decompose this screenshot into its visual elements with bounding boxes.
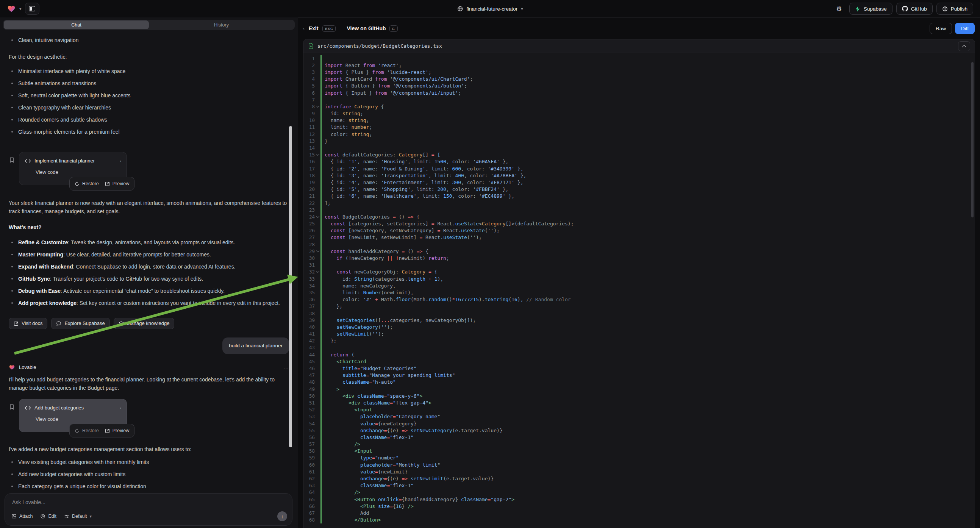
diff-toggle-button[interactable]: Diff: [955, 23, 975, 34]
restore-button[interactable]: Restore: [75, 426, 99, 435]
send-button[interactable]: ↑: [277, 511, 287, 521]
line-number: 25: [304, 221, 315, 226]
diff-added-gutter: [320, 96, 321, 103]
chat-scrollbar-thumb[interactable]: [289, 126, 292, 447]
restore-button[interactable]: Restore: [75, 180, 99, 188]
bookmark-icon[interactable]: [9, 156, 15, 164]
code-line: 19 { id: '4', name: 'Entertainment', lim…: [304, 179, 975, 186]
edit-mode-button[interactable]: Edit: [40, 514, 56, 519]
code-line: 20 { id: '5', name: 'Shopping', limit: 2…: [304, 186, 975, 193]
publish-button[interactable]: Publish: [936, 3, 973, 15]
code-line: 7: [304, 96, 975, 103]
fold-chevron-icon[interactable]: [316, 249, 319, 252]
sliders-icon: [64, 514, 69, 519]
bookmark-icon[interactable]: [9, 403, 15, 410]
settings-gear-button[interactable]: ⚙: [833, 3, 846, 15]
attach-image-icon: [11, 514, 17, 519]
chat-input-box[interactable]: Ask Lovable... Attach Edit Default ▾ ↑: [5, 493, 293, 526]
view-on-github-button[interactable]: View on GitHub: [347, 25, 386, 32]
file-path-bar[interactable]: src/components/budget/BudgetCategories.t…: [304, 40, 975, 53]
code-line: 13}: [304, 137, 975, 144]
code-line: 17 { id: '2', name: 'Food & Dining', lim…: [304, 165, 975, 172]
code-scrollbar-thumb[interactable]: [971, 62, 974, 218]
restore-icon: [75, 428, 80, 433]
preview-button[interactable]: Preview: [105, 180, 129, 188]
line-number: 4: [304, 76, 315, 82]
code-line: 55 onChange={(e) => setNewCategory(e.tar…: [304, 427, 975, 434]
line-number: 39: [304, 317, 315, 323]
model-selector[interactable]: Default ▾: [64, 514, 92, 519]
list-item: Debug with Ease: Activate our experiment…: [9, 286, 289, 296]
external-link-icon: [105, 181, 110, 186]
line-number: 67: [304, 510, 315, 516]
assistant-paragraph: I'll help you add budget categories to t…: [9, 375, 289, 392]
code-line: 11 limit: number;: [304, 124, 975, 131]
line-number: 24: [304, 214, 315, 220]
code-line: 21 { id: '6', name: 'Healthcare', limit:…: [304, 193, 975, 200]
add-budget-categories-card[interactable]: Add budget categories › View code Restor…: [19, 399, 127, 432]
collapse-file-button[interactable]: [958, 41, 970, 51]
github-icon: [902, 6, 908, 12]
message-menu-button[interactable]: ...: [283, 363, 289, 372]
code-line: 33 id: String(categories.length + 1),: [304, 275, 975, 282]
line-number: 7: [304, 97, 315, 103]
fold-chevron-icon[interactable]: [316, 270, 319, 273]
panel-icon: [29, 6, 35, 11]
line-number: 6: [304, 90, 315, 96]
tab-history[interactable]: History: [149, 21, 294, 29]
assistant-paragraph: Your sleek financial planner is now read…: [9, 199, 289, 216]
code-line: 16 { id: '1', name: 'Housing', limit: 15…: [304, 158, 975, 165]
line-number: 38: [304, 310, 315, 316]
attach-button[interactable]: Attach: [11, 514, 33, 519]
code-lines[interactable]: 12import React from 'react';3import { Pl…: [304, 53, 975, 528]
tab-chat[interactable]: Chat: [4, 21, 149, 29]
line-number: 9: [304, 111, 315, 116]
line-number: 16: [304, 159, 315, 164]
project-switcher[interactable]: financial-future-creator ▾: [457, 0, 523, 17]
explore-supabase-button[interactable]: Explore Supabase: [51, 318, 110, 329]
manage-knowledge-button[interactable]: Manage knowledge: [114, 318, 175, 329]
line-number: 52: [304, 407, 315, 412]
toggle-sidebar-button[interactable]: [25, 3, 40, 15]
chevron-down-icon: ▾: [90, 514, 92, 518]
line-number: 66: [304, 503, 315, 509]
file-diff-card: src/components/budget/BudgetCategories.t…: [303, 39, 975, 528]
design-heading: For the design aesthetic:: [9, 52, 289, 61]
view-code-link[interactable]: View code: [36, 168, 121, 177]
line-number: 59: [304, 455, 315, 461]
github-button[interactable]: GitHub: [896, 3, 933, 15]
new-file-icon: [308, 43, 313, 49]
line-number: 13: [304, 138, 315, 144]
lovable-logo-heart-icon[interactable]: [7, 5, 16, 13]
exit-button[interactable]: Exit: [309, 25, 318, 32]
view-code-link[interactable]: View code: [36, 415, 121, 423]
code-line: 28: [304, 241, 975, 248]
fold-chevron-icon[interactable]: [316, 105, 319, 108]
code-line: 15const defaultCategories: Category[] = …: [304, 151, 975, 158]
supabase-button[interactable]: Supabase: [849, 3, 892, 15]
code-line: 22];: [304, 200, 975, 207]
lovable-heart-icon: [9, 364, 15, 371]
code-line: 24const BudgetCategories = () => {: [304, 213, 975, 220]
assistant-header: Lovable ...: [9, 363, 289, 372]
fold-chevron-icon[interactable]: [316, 215, 319, 218]
chat-messages[interactable]: Clean, intuitive navigation For the desi…: [0, 30, 298, 491]
edit-card-row: Implement financial planner › View code …: [9, 152, 289, 185]
raw-toggle-button[interactable]: Raw: [930, 23, 952, 34]
logo-chevron-down-icon[interactable]: ▾: [19, 7, 22, 11]
visit-docs-button[interactable]: Visit docs: [9, 318, 47, 329]
assistant-paragraph: I've added a new budget categories manag…: [9, 445, 289, 453]
publish-globe-icon: [942, 6, 948, 12]
diff-added-gutter: [320, 344, 321, 351]
line-number: 23: [304, 207, 315, 213]
line-number: 34: [304, 283, 315, 289]
preview-button[interactable]: Preview: [105, 426, 129, 435]
list-item: Clean, intuitive navigation: [9, 35, 289, 45]
target-icon: [40, 514, 45, 519]
line-number: 5: [304, 83, 315, 89]
list-item: Refine & Customize: Tweak the design, an…: [9, 237, 289, 247]
code-line: 60 placeholder="Monthly limit": [304, 461, 975, 468]
code-line: 63 className="flex-1": [304, 482, 975, 489]
fold-chevron-icon[interactable]: [316, 153, 319, 156]
implement-financial-planner-card[interactable]: Implement financial planner › View code …: [19, 152, 127, 185]
